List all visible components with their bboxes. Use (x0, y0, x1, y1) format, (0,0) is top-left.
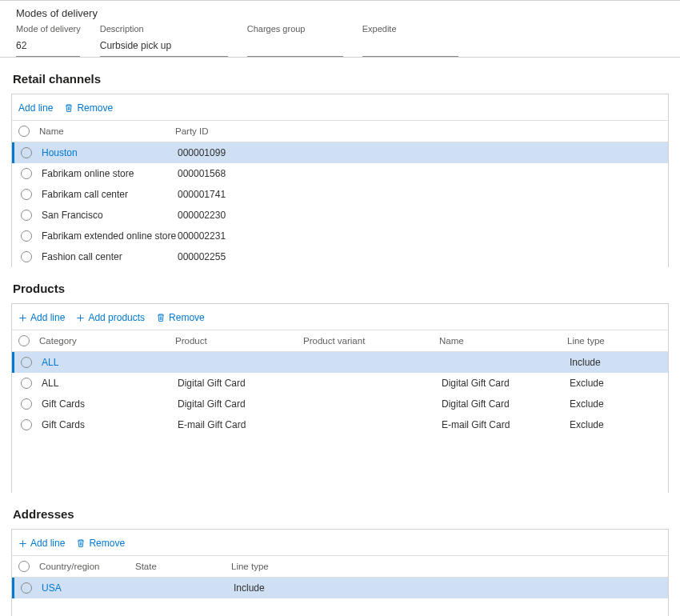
products-remove-button[interactable]: Remove (156, 310, 205, 325)
cell-product-name: Digital Gift Card (442, 398, 570, 410)
cell-channel-name[interactable]: Fabrikam extended online store (42, 230, 178, 242)
row-select-radio[interactable] (21, 147, 32, 158)
products-title: Products (11, 282, 669, 295)
retail-remove-button[interactable]: Remove (64, 101, 113, 115)
col-category[interactable]: Category (39, 336, 175, 346)
products-grid-body: ALLIncludeALLDigital Gift CardDigital Gi… (12, 352, 668, 493)
col-variant[interactable]: Product variant (303, 336, 439, 346)
table-row[interactable]: San Francisco000002230 (12, 205, 668, 226)
addresses-remove-button[interactable]: Remove (76, 536, 125, 550)
retail-channels-section: Retail channels Add line Remove Name Par… (11, 72, 669, 267)
mode-label: Mode of delivery (16, 24, 81, 34)
mode-input[interactable] (16, 37, 80, 57)
plus-icon (76, 314, 85, 322)
products-panel: Add line Add products Remove Category Pr… (11, 303, 669, 493)
addresses-add-line-button[interactable]: Add line (18, 536, 65, 550)
col-line-type[interactable]: Line type (567, 336, 631, 346)
addresses-panel: Add line Remove Country/region State Lin… (11, 529, 669, 616)
retail-grid-header: Name Party ID (12, 120, 668, 142)
expedite-input[interactable] (362, 37, 458, 57)
page-title: Modes of delivery (16, 7, 664, 19)
cell-channel-name[interactable]: Fabrikam online store (42, 168, 178, 179)
table-row[interactable]: ALLDigital Gift CardDigital Gift CardExc… (12, 373, 668, 394)
row-select-radio[interactable] (21, 210, 32, 221)
col-party-id[interactable]: Party ID (175, 126, 335, 136)
addresses-title: Addresses (11, 507, 669, 521)
cell-category[interactable]: ALL (42, 378, 178, 389)
cell-category[interactable]: Gift Cards (42, 419, 178, 430)
add-products-label: Add products (88, 312, 145, 323)
description-label: Description (100, 24, 228, 34)
cell-channel-name[interactable]: Houston (42, 147, 178, 158)
col-line-type[interactable]: Line type (231, 562, 327, 571)
table-row[interactable]: Houston000001099 (12, 142, 668, 163)
cell-line-type: Include (234, 582, 330, 594)
col-product[interactable]: Product (175, 336, 303, 346)
row-select-radio[interactable] (21, 168, 32, 179)
remove-label: Remove (169, 312, 205, 323)
table-row[interactable]: Fabrikam extended online store000002231 (12, 226, 668, 246)
table-row[interactable]: USAInclude (12, 578, 668, 598)
retail-grid: Name Party ID Houston000001099Fabrikam o… (12, 120, 668, 267)
remove-label: Remove (77, 102, 113, 114)
delete-icon (76, 538, 86, 548)
table-row[interactable]: Fashion call center000002255 (12, 246, 668, 267)
select-all-radio[interactable] (18, 561, 30, 572)
row-select-radio[interactable] (21, 378, 32, 389)
table-row[interactable]: Gift CardsDigital Gift CardDigital Gift … (12, 394, 668, 414)
addresses-section: Addresses Add line Remove Country/region… (11, 507, 669, 616)
cell-party-id: 000001568 (178, 168, 338, 179)
add-line-label: Add line (30, 312, 65, 323)
products-grid: Category Product Product variant Name Li… (12, 330, 668, 493)
row-select-radio[interactable] (21, 582, 32, 594)
cell-country-region[interactable]: USA (42, 582, 138, 594)
page-header: Modes of delivery Mode of delivery Descr… (0, 0, 680, 58)
table-row[interactable]: ALLInclude (12, 352, 668, 373)
cell-channel-name[interactable]: San Francisco (42, 210, 178, 221)
charges-group-input[interactable] (247, 37, 343, 57)
cell-channel-name[interactable]: Fabrikam call center (42, 189, 178, 200)
retail-grid-body: Houston000001099Fabrikam online store000… (12, 142, 668, 267)
cell-line-type: Include (570, 357, 634, 368)
retail-channels-panel: Add line Remove Name Party ID Houston000… (11, 94, 669, 267)
row-select-radio[interactable] (21, 189, 32, 200)
retail-toolbar: Add line Remove (12, 101, 668, 120)
col-state[interactable]: State (135, 562, 231, 571)
retail-channels-title: Retail channels (11, 72, 669, 86)
cell-category[interactable]: ALL (42, 357, 178, 368)
select-all-radio[interactable] (18, 126, 30, 137)
add-line-label: Add line (30, 538, 65, 549)
addresses-grid: Country/region State Line type USAInclud… (12, 555, 668, 616)
col-product-name[interactable]: Name (439, 336, 567, 346)
addresses-grid-body: USAInclude (12, 578, 668, 616)
products-add-line-button[interactable]: Add line (18, 310, 65, 325)
table-row[interactable]: Fabrikam call center000001741 (12, 184, 668, 205)
cell-product: Digital Gift Card (178, 378, 306, 389)
row-select-radio[interactable] (21, 419, 32, 430)
row-select-radio[interactable] (21, 230, 32, 242)
delete-icon (156, 313, 166, 322)
description-input[interactable] (100, 37, 228, 57)
products-add-products-button[interactable]: Add products (76, 310, 145, 325)
col-name[interactable]: Name (39, 126, 175, 136)
header-fields: Mode of delivery Description Charges gro… (16, 24, 664, 57)
row-select-radio[interactable] (21, 398, 32, 410)
cell-category[interactable]: Gift Cards (42, 398, 178, 410)
delete-icon (64, 103, 74, 113)
add-line-label: Add line (18, 102, 53, 114)
row-select-radio[interactable] (21, 251, 32, 262)
table-row[interactable]: Fabrikam online store000001568 (12, 163, 668, 184)
cell-channel-name[interactable]: Fashion call center (42, 251, 178, 262)
cell-line-type: Exclude (570, 378, 634, 389)
select-all-radio[interactable] (18, 335, 30, 346)
products-grid-header: Category Product Product variant Name Li… (12, 330, 668, 352)
row-select-radio[interactable] (21, 357, 32, 368)
cell-party-id: 000002231 (178, 230, 338, 242)
products-toolbar: Add line Add products Remove (12, 310, 668, 330)
plus-icon (18, 539, 27, 548)
col-country-region[interactable]: Country/region (39, 562, 135, 571)
products-section: Products Add line Add products Remove (11, 282, 669, 493)
retail-add-line-button[interactable]: Add line (18, 101, 53, 115)
cell-line-type: Exclude (570, 419, 634, 430)
table-row[interactable]: Gift CardsE-mail Gift CardE-mail Gift Ca… (12, 414, 668, 435)
